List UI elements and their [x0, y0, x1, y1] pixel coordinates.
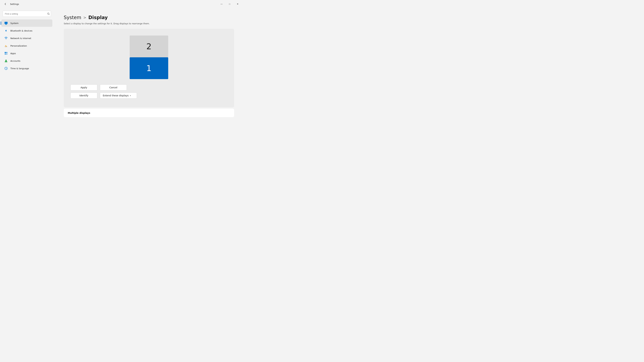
maximize-button[interactable]: □ [226, 1, 234, 7]
app-title: Settings [10, 3, 19, 5]
identify-extend-row: Identify Extend these displays ▾ [70, 92, 228, 98]
personalization-icon [4, 44, 8, 48]
page-header: System > Display Select a display to cha… [64, 15, 234, 25]
sidebar: System Bluetooth & devices [0, 8, 54, 137]
apply-cancel-row: Apply Cancel [70, 84, 228, 90]
svg-rect-10 [5, 53, 6, 55]
sidebar-label-personalization: Personalization [10, 44, 27, 47]
apply-button[interactable]: Apply [70, 84, 97, 90]
extend-dropdown-label: Extend these displays [103, 94, 129, 97]
breadcrumb-separator: > [83, 15, 86, 19]
svg-rect-8 [5, 52, 6, 53]
display-panel: 2 1 Apply Cancel Identify Extend these d… [64, 29, 234, 107]
chevron-down-icon: ▾ [130, 95, 131, 96]
display-2-number: 2 [146, 42, 152, 51]
time-icon [4, 66, 8, 70]
page-description: Select a display to change the settings … [64, 22, 234, 25]
svg-line-1 [49, 14, 50, 15]
sidebar-item-accounts[interactable]: Accounts [1, 57, 52, 64]
display-1[interactable]: 1 [130, 57, 168, 79]
sidebar-label-accounts: Accounts [10, 60, 20, 62]
network-icon [4, 36, 8, 40]
display-1-number: 1 [146, 63, 152, 73]
sidebar-item-network[interactable]: Network & internet [1, 34, 52, 42]
identify-button[interactable]: Identify [70, 92, 97, 98]
window-controls: — □ ✕ [218, 1, 242, 7]
svg-point-6 [6, 39, 6, 39]
cancel-button[interactable]: Cancel [100, 84, 127, 90]
apps-icon [4, 51, 8, 55]
breadcrumb: System > Display [64, 15, 234, 20]
back-button[interactable] [3, 1, 8, 7]
sidebar-label-network: Network & internet [10, 37, 31, 39]
svg-point-12 [5, 60, 7, 61]
sidebar-label-system: System [10, 22, 18, 24]
display-2[interactable]: 2 [130, 35, 168, 57]
search-box [3, 11, 51, 17]
displays-container: 2 1 [130, 35, 168, 79]
sidebar-item-apps[interactable]: Apps [1, 50, 52, 57]
title-bar: Settings — □ ✕ [0, 0, 244, 8]
main-layout: System Bluetooth & devices [0, 8, 244, 137]
sidebar-item-personalization[interactable]: Personalization [1, 42, 52, 49]
breadcrumb-current: Display [88, 15, 108, 20]
accounts-icon [4, 59, 8, 63]
sidebar-label-apps: Apps [10, 52, 16, 55]
search-icon-button[interactable] [47, 12, 50, 15]
svg-rect-3 [5, 24, 7, 24]
breadcrumb-parent: System [64, 15, 81, 20]
svg-rect-11 [6, 53, 8, 55]
display-preview: 2 1 [70, 35, 228, 79]
sidebar-item-time[interactable]: Time & language [1, 65, 52, 72]
svg-rect-2 [4, 22, 8, 24]
close-button[interactable]: ✕ [234, 1, 242, 7]
sidebar-item-system[interactable]: System [1, 19, 52, 27]
search-input[interactable] [3, 11, 51, 17]
svg-rect-9 [6, 52, 8, 53]
svg-rect-4 [5, 24, 7, 25]
title-bar-left: Settings [3, 1, 19, 7]
multiple-displays-section: Multiple displays [64, 109, 234, 117]
sidebar-label-time: Time & language [10, 67, 29, 70]
extend-dropdown-button[interactable]: Extend these displays ▾ [100, 92, 137, 98]
minimize-button[interactable]: — [218, 1, 226, 7]
system-icon [4, 21, 8, 25]
content-area: System > Display Select a display to cha… [54, 8, 244, 137]
sidebar-label-bluetooth: Bluetooth & devices [10, 29, 32, 32]
bluetooth-icon [4, 29, 8, 33]
multiple-displays-title: Multiple displays [68, 112, 90, 114]
sidebar-item-bluetooth[interactable]: Bluetooth & devices [1, 27, 52, 34]
